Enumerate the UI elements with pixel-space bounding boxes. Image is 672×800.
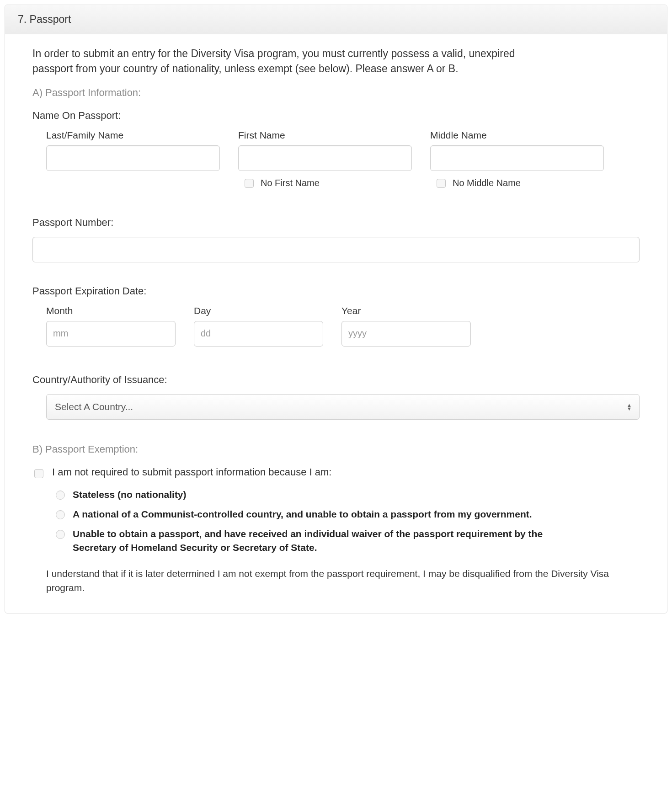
intro-text: In order to submit an entry for the Dive… xyxy=(32,46,517,77)
exemption-checkbox-label: I am not required to submit passport inf… xyxy=(52,466,331,478)
no-first-name-checkbox[interactable] xyxy=(245,179,254,188)
first-name-input[interactable] xyxy=(238,145,412,171)
first-name-label: First Name xyxy=(238,130,412,141)
panel-body: In order to submit an entry for the Dive… xyxy=(5,34,667,613)
exemption-checkbox[interactable] xyxy=(34,469,43,478)
section-b-heading: B) Passport Exemption: xyxy=(32,443,640,455)
exemption-option-waiver-label: Unable to obtain a passport, and have re… xyxy=(73,527,576,554)
exp-day-label: Day xyxy=(194,305,323,316)
name-on-passport-label: Name On Passport: xyxy=(32,110,640,122)
exemption-option-communist-label: A national of a Communist-controlled cou… xyxy=(73,507,532,521)
middle-name-input[interactable] xyxy=(430,145,604,171)
exp-day-input[interactable] xyxy=(194,321,323,347)
section-a-heading: A) Passport Information: xyxy=(32,87,640,99)
issuance-selected-value: Select A Country... xyxy=(55,401,133,412)
panel-title: 7. Passport xyxy=(18,13,71,25)
no-first-name-label: No First Name xyxy=(261,178,320,188)
exp-month-input[interactable] xyxy=(46,321,176,347)
expiration-label: Passport Expiration Date: xyxy=(32,285,640,297)
exp-month-label: Month xyxy=(46,305,176,316)
middle-name-label: Middle Name xyxy=(430,130,604,141)
issuance-label: Country/Authority of Issuance: xyxy=(32,374,640,386)
exemption-option-stateless-label: Stateless (no nationality) xyxy=(73,488,187,501)
panel-header: 7. Passport xyxy=(5,5,667,34)
passport-number-label: Passport Number: xyxy=(32,217,640,229)
issuance-country-select[interactable]: Select A Country... ▲▼ xyxy=(46,394,640,420)
exp-year-input[interactable] xyxy=(341,321,471,347)
name-fields-row: Last/Family Name First Name No First Nam… xyxy=(32,130,640,189)
passport-number-input[interactable] xyxy=(32,237,640,262)
no-middle-name-label: No Middle Name xyxy=(453,178,521,188)
passport-panel: 7. Passport In order to submit an entry … xyxy=(5,5,667,613)
exemption-option-waiver-radio[interactable] xyxy=(56,530,65,539)
exp-year-label: Year xyxy=(341,305,471,316)
exemption-disclaimer: I understand that if it is later determi… xyxy=(32,567,627,595)
last-name-input[interactable] xyxy=(46,145,220,171)
last-name-label: Last/Family Name xyxy=(46,130,220,141)
exemption-options: Stateless (no nationality) A national of… xyxy=(32,488,640,555)
select-arrows-icon: ▲▼ xyxy=(627,403,632,411)
expiration-fields-row: Month Day Year xyxy=(32,305,640,347)
exemption-option-stateless-radio[interactable] xyxy=(56,491,65,500)
exemption-option-communist-radio[interactable] xyxy=(56,510,65,519)
no-middle-name-checkbox[interactable] xyxy=(437,179,446,188)
